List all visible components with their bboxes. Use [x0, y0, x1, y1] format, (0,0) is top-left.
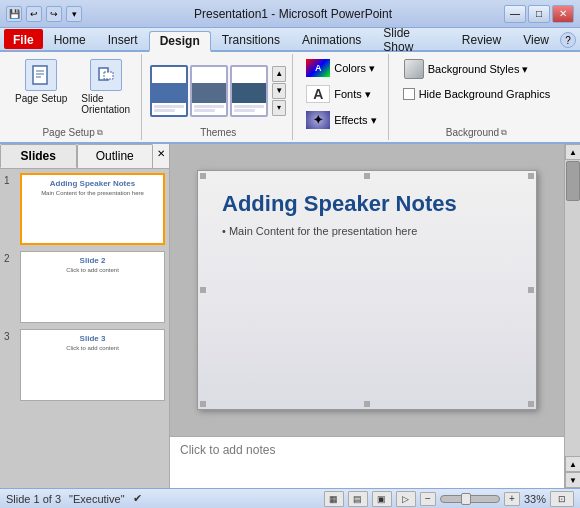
themes-scroll-up[interactable]: ▲	[272, 66, 286, 82]
hide-background-label: Hide Background Graphics	[419, 88, 550, 100]
status-bar: Slide 1 of 3 "Executive" ✔ ▦ ▤ ▣ ▷ − + 3…	[0, 488, 580, 508]
ribbon-group-themes: ▲ ▼ ▾ Themes	[144, 54, 293, 140]
background-styles-icon	[404, 59, 424, 79]
background-styles-button[interactable]: Background Styles ▾	[397, 56, 536, 82]
slide-orientation-button[interactable]: SlideOrientation	[76, 56, 135, 118]
view-slideshow-button[interactable]: ▷	[396, 491, 416, 507]
slides-panel: Slides Outline ✕ 1 Adding Speaker Notes …	[0, 144, 170, 488]
effects-icon: ✦	[306, 111, 330, 129]
scroll-track[interactable]	[565, 160, 580, 456]
slide-bullet-1: Main Content for the presentation here	[222, 225, 417, 237]
fonts-button[interactable]: A Fonts ▾	[301, 82, 381, 106]
tab-transitions[interactable]: Transitions	[211, 29, 291, 50]
theme-swatch-3[interactable]	[230, 65, 268, 117]
ribbon-tabs: File Home Insert Design Transitions Anim…	[0, 28, 580, 52]
slide-num-3: 3	[4, 331, 16, 342]
slide-container[interactable]: Adding Speaker Notes Main Content for th…	[170, 144, 564, 436]
slide-thumb-3[interactable]: 3 Slide 3 Click to add content	[4, 329, 165, 401]
slide-info: Slide 1 of 3	[6, 493, 61, 505]
slide-thumb-1[interactable]: 1 Adding Speaker Notes Main Content for …	[4, 173, 165, 245]
status-left: Slide 1 of 3 "Executive" ✔	[6, 492, 142, 505]
ribbon-group-background: Background Styles ▾ Hide Background Grap…	[391, 54, 562, 140]
status-right: ▦ ▤ ▣ ▷ − + 33% ⊡	[324, 491, 574, 507]
notes-area[interactable]: Click to add notes	[170, 436, 564, 488]
background-expand[interactable]: ⧉	[501, 128, 507, 138]
handle-mr[interactable]	[528, 287, 534, 293]
tab-design[interactable]: Design	[149, 31, 211, 52]
hide-background-graphics-row[interactable]: Hide Background Graphics	[397, 86, 556, 102]
customize-icon[interactable]: ▾	[66, 6, 82, 22]
page-setup-expand[interactable]: ⧉	[97, 128, 103, 138]
ribbon-group-page-setup: Page Setup SlideOrientation Page Setup ⧉	[4, 54, 142, 140]
handle-tl[interactable]	[200, 173, 206, 179]
main-area: Slides Outline ✕ 1 Adding Speaker Notes …	[0, 144, 580, 488]
theme-swatch-2[interactable]	[190, 65, 228, 117]
minimize-button[interactable]: —	[504, 5, 526, 23]
help-icon[interactable]: ?	[560, 32, 576, 48]
handle-bm[interactable]	[364, 401, 370, 407]
tab-view[interactable]: View	[512, 29, 560, 50]
slide-1-title: Adding Speaker Notes	[26, 179, 159, 188]
slides-panel-close[interactable]: ✕	[153, 144, 169, 168]
view-reading-button[interactable]: ▣	[372, 491, 392, 507]
theme-swatch-1[interactable]	[150, 65, 188, 117]
svg-rect-0	[33, 66, 47, 84]
maximize-button[interactable]: □	[528, 5, 550, 23]
tab-slideshow[interactable]: Slide Show	[372, 29, 451, 50]
scroll-thumb[interactable]	[566, 161, 580, 201]
themes-more[interactable]: ▾	[272, 100, 286, 116]
tab-review[interactable]: Review	[451, 29, 512, 50]
hide-background-checkbox[interactable]	[403, 88, 415, 100]
slide-3-body: Click to add content	[25, 345, 160, 351]
zoom-out-button[interactable]: −	[420, 492, 436, 506]
themes-group-label: Themes	[200, 125, 236, 140]
tab-slides[interactable]: Slides	[0, 144, 77, 168]
slide-preview-1[interactable]: Adding Speaker Notes Main Content for th…	[20, 173, 165, 245]
redo-icon[interactable]: ↪	[46, 6, 62, 22]
tab-outline[interactable]: Outline	[77, 144, 154, 168]
undo-icon[interactable]: ↩	[26, 6, 42, 22]
scrollbar-right: ▲ ▲ ▼	[564, 144, 580, 488]
scroll-down-button-1[interactable]: ▲	[565, 456, 580, 472]
slides-list: 1 Adding Speaker Notes Main Content for …	[0, 169, 169, 488]
slide-orientation-icon	[90, 59, 122, 91]
slide-canvas[interactable]: Adding Speaker Notes Main Content for th…	[197, 170, 537, 410]
tab-animations[interactable]: Animations	[291, 29, 372, 50]
handle-br[interactable]	[528, 401, 534, 407]
themes-swatches	[150, 65, 268, 117]
handle-tr[interactable]	[528, 173, 534, 179]
save-icon[interactable]: 💾	[6, 6, 22, 22]
page-setup-button[interactable]: Page Setup	[10, 56, 72, 107]
canvas-area: Adding Speaker Notes Main Content for th…	[170, 144, 564, 488]
page-setup-group-label: Page Setup ⧉	[42, 125, 102, 140]
view-slide-sorter-button[interactable]: ▤	[348, 491, 368, 507]
themes-navigation: ▲ ▼ ▾	[272, 66, 286, 116]
fonts-icon: A	[306, 85, 330, 103]
tab-home[interactable]: Home	[43, 29, 97, 50]
slide-orientation-label: SlideOrientation	[81, 93, 130, 115]
colors-button[interactable]: A Colors ▾	[301, 56, 381, 80]
handle-ml[interactable]	[200, 287, 206, 293]
slide-preview-2[interactable]: Slide 2 Click to add content	[20, 251, 165, 323]
zoom-in-button[interactable]: +	[504, 492, 520, 506]
slide-preview-3[interactable]: Slide 3 Click to add content	[20, 329, 165, 401]
effects-label: Effects ▾	[334, 114, 376, 127]
close-button[interactable]: ✕	[552, 5, 574, 23]
spell-check-icon[interactable]: ✔	[133, 492, 142, 505]
canvas-with-scroll: Adding Speaker Notes Main Content for th…	[170, 144, 580, 488]
effects-button[interactable]: ✦ Effects ▾	[301, 108, 381, 132]
zoom-slider-thumb[interactable]	[461, 493, 471, 505]
view-normal-button[interactable]: ▦	[324, 491, 344, 507]
page-setup-icon	[25, 59, 57, 91]
handle-tm[interactable]	[364, 173, 370, 179]
scroll-up-button[interactable]: ▲	[565, 144, 580, 160]
handle-bl[interactable]	[200, 401, 206, 407]
fit-window-button[interactable]: ⊡	[550, 491, 574, 507]
zoom-slider[interactable]	[440, 495, 500, 503]
tab-insert[interactable]: Insert	[97, 29, 149, 50]
slide-1-body: Main Content for the presentation here	[26, 190, 159, 196]
scroll-down-button-2[interactable]: ▼	[565, 472, 580, 488]
themes-scroll-down[interactable]: ▼	[272, 83, 286, 99]
tab-file[interactable]: File	[4, 29, 43, 49]
slide-thumb-2[interactable]: 2 Slide 2 Click to add content	[4, 251, 165, 323]
